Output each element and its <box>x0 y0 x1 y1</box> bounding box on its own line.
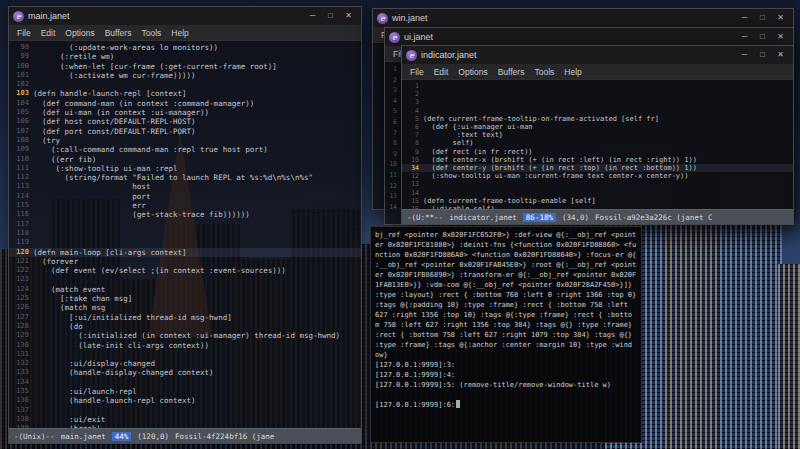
titlebar[interactable]: e indicator.janet ─ □ ✕ <box>402 46 793 64</box>
line-text: (try <box>33 136 60 145</box>
menu-item[interactable]: Options <box>458 67 487 77</box>
window-main-janet: e main.janet ─ □ ✕ FileEditOptionsBuffer… <box>8 6 362 444</box>
line-number: 109 <box>9 145 33 154</box>
code-line: 116 (get-stack-trace fib)))))) <box>9 210 361 219</box>
buffer-mode: -(Unix)-- <box>14 432 55 441</box>
line-number-gutter: 1234567891011121314 <box>385 62 402 224</box>
close-button[interactable]: ✕ <box>340 9 357 23</box>
line-text: (:update-work-areas lo monitors)) <box>33 43 218 52</box>
line-number: 138 <box>9 415 33 424</box>
titlebar[interactable]: e win.janet ─ □ ✕ <box>373 9 793 27</box>
line-number: 106 <box>9 117 33 126</box>
line-text: (:activate wm cur-frame))))) <box>33 71 196 80</box>
terminal-line: [127.0.0.1:9999]:6: <box>375 400 637 410</box>
line-number: 111 <box>9 164 33 173</box>
code-line: 120 (defn main-loop [cli-args context] <box>9 248 361 257</box>
code-line: 105 (def ui-man (in context :ui-manager)… <box>9 108 361 117</box>
code-line: 135 :ui/launch-repl <box>9 387 361 396</box>
terminal-line: [127.0.0.1:9999]:4: <box>375 370 637 380</box>
code-line: 128 (do <box>9 322 361 331</box>
terminal-line: [127.0.0.1:9999]:5: (remove-title/remove… <box>375 380 637 390</box>
menu-item[interactable]: Edit <box>434 67 449 77</box>
line-text: (do <box>33 322 83 331</box>
maximize-button[interactable]: □ <box>754 30 771 44</box>
code-buffer-indicator[interactable]: 1 2 3 4 5 (defn current-frame-tooltip-on… <box>402 80 793 209</box>
line-number: 7 <box>385 128 402 139</box>
line-number: 9 <box>385 149 402 160</box>
menu-item[interactable]: Tools <box>141 28 161 38</box>
line-number: 114 <box>9 192 33 201</box>
code-line: 5 (defn current-frame-tooltip-on-frame-a… <box>402 115 793 123</box>
menu-item[interactable]: Tools <box>534 67 554 77</box>
line-text: ((err fib) <box>33 155 96 164</box>
titlebar[interactable]: e main.janet ─ □ ✕ <box>9 7 361 25</box>
line-number: 130 <box>9 341 33 350</box>
minimize-button[interactable]: ─ <box>304 9 321 23</box>
menu-item[interactable]: Help <box>564 67 581 77</box>
close-button[interactable]: ✕ <box>772 30 789 44</box>
line-number: 7 <box>402 131 423 139</box>
close-button[interactable]: ✕ <box>772 48 789 62</box>
maximize-button[interactable]: □ <box>754 48 771 62</box>
menu-item[interactable]: Buffers <box>105 28 132 38</box>
minimize-button[interactable]: ─ <box>736 30 753 44</box>
menu-item[interactable]: Buffers <box>498 67 525 77</box>
code-line: 121 (forever <box>9 257 361 266</box>
terminal-line: bj_ref <pointer 0x020F1FC652F0>} :def-vi… <box>375 230 637 240</box>
line-number: 124 <box>9 285 33 294</box>
code-line: 129 (:initialized (in context :ui-manage… <box>9 331 361 340</box>
line-number: 131 <box>9 350 33 359</box>
repl-terminal[interactable]: bj_ref <pointer 0x020F1FC652F0>} :def-vi… <box>370 226 642 443</box>
line-number: 4 <box>385 96 402 107</box>
window-controls: ─ □ ✕ <box>736 11 789 25</box>
code-line: 122 (def event (ev/select ;(in context :… <box>9 266 361 275</box>
menu-item[interactable]: Options <box>65 28 94 38</box>
building <box>665 219 725 449</box>
line-text: (def port const/DEFAULT-REPL-PORT) <box>33 127 196 136</box>
code-line: 107 (def port const/DEFAULT-REPL-PORT) <box>9 127 361 136</box>
code-line: 126 (match msg <box>9 303 361 312</box>
maximize-button[interactable]: □ <box>322 9 339 23</box>
line-number: 99 <box>9 52 33 61</box>
menu-item[interactable]: Help <box>171 28 188 38</box>
line-number: 125 <box>9 294 33 303</box>
line-text: (:retile wm) <box>33 52 114 61</box>
code-line: 125 [:take chan msg] <box>9 294 361 303</box>
line-text: (:initialized (in context :ui-manager) t… <box>33 331 340 340</box>
line-number: 123 <box>9 275 33 284</box>
code-line: 123 <box>9 275 361 284</box>
mode-line: -(Unix)-- main.janet 44% (120,0) Fossil-… <box>9 428 361 443</box>
close-button[interactable]: ✕ <box>772 11 789 25</box>
line-number: 5 <box>402 115 423 123</box>
code-line: 134 <box>9 378 361 387</box>
code-line: 110 ((err fib) <box>9 155 361 164</box>
line-text: (def event (ev/select ;(in context :even… <box>33 266 286 275</box>
minimize-button[interactable]: ─ <box>736 11 753 25</box>
terminal-line <box>375 390 637 400</box>
code-line: 104 (def command-man (in context :comman… <box>9 99 361 108</box>
menu-item[interactable]: File <box>410 67 424 77</box>
terminal-line: :__obj_ref <pointer 0x020F1FAB45E0>} :ro… <box>375 260 637 270</box>
line-number: 117 <box>9 220 33 229</box>
line-number: 122 <box>9 266 33 275</box>
terminal-line: nction 0x020F1FD886A0> <function 0x020F1… <box>375 250 637 260</box>
terminal-line: 627 :right 1356 :top 10} :tags @{:type :… <box>375 310 637 320</box>
minimize-button[interactable]: ─ <box>736 48 753 62</box>
code-buffer-main[interactable]: 98 (:update-work-areas lo monitors)) 99 … <box>9 41 361 428</box>
line-text: [:ui/initialized thread-id msg-hwnd] <box>33 313 232 322</box>
line-number: 4 <box>402 107 423 115</box>
menu-item[interactable]: Edit <box>41 28 56 38</box>
line-number: 101 <box>9 71 33 80</box>
vcs-status: Fossil-4f224bf16 (jane <box>175 432 274 441</box>
titlebar[interactable]: e ui.janet ─ □ ✕ <box>385 28 793 46</box>
menu-item[interactable]: File <box>17 28 31 38</box>
code-line: 98 (:update-work-areas lo monitors)) <box>9 43 361 52</box>
line-number: 14 <box>385 202 402 213</box>
code-line: 124 (match event <box>9 285 361 294</box>
line-text: :ui/launch-repl <box>33 387 137 396</box>
maximize-button[interactable]: □ <box>754 11 771 25</box>
buffer-mode: -(U:**-- <box>407 213 443 222</box>
line-text: :ui/exit <box>33 415 105 424</box>
line-number: 127 <box>9 313 33 322</box>
cursor-position: (120,0) <box>137 432 169 441</box>
